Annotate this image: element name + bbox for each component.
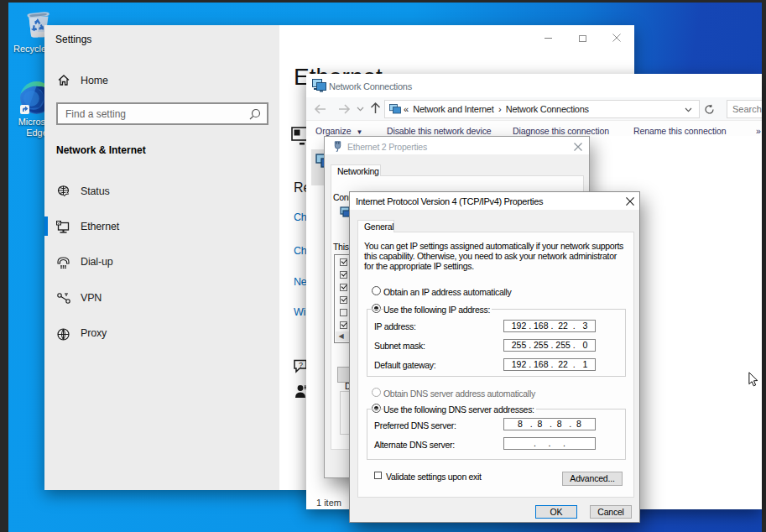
svg-text:?: ?	[299, 361, 303, 369]
